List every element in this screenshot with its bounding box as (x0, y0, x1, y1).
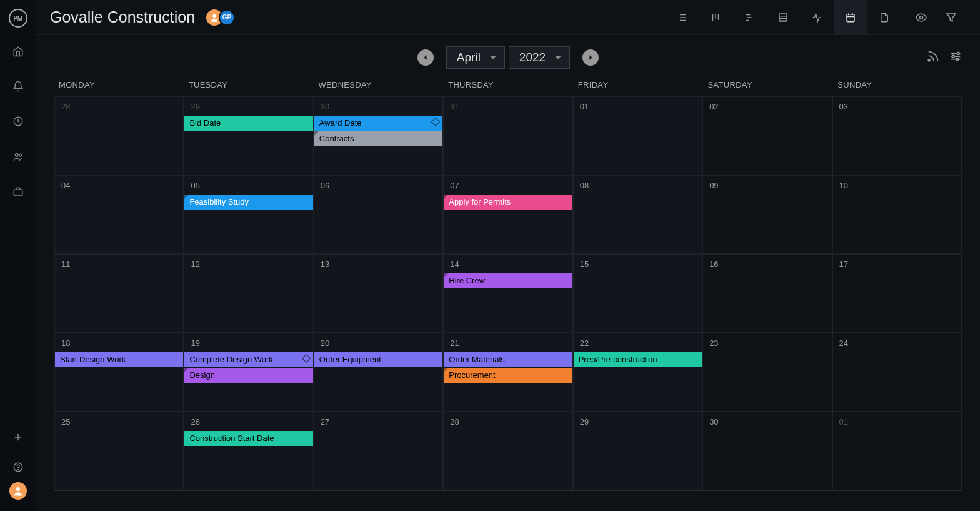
day-number: 17 (833, 255, 961, 269)
calendar-cell[interactable]: 13 (314, 254, 443, 333)
calendar-cell[interactable]: 03 (832, 96, 962, 175)
day-number: 01 (833, 412, 961, 427)
view-board[interactable] (699, 0, 732, 35)
calendar-cell[interactable]: 06 (314, 175, 443, 254)
day-number: 10 (833, 176, 961, 190)
calendar-cell[interactable]: 02 (702, 96, 832, 175)
calendar-event[interactable]: Complete Design Work (184, 352, 312, 367)
calendar-controls: April 2022 (36, 35, 980, 78)
view-options[interactable] (906, 0, 936, 35)
project-title[interactable]: Govalle Construction (50, 8, 195, 26)
plus-icon (12, 432, 24, 443)
day-number: 15 (574, 255, 702, 269)
svg-point-5 (18, 469, 18, 470)
avatar-initials[interactable]: GP (219, 9, 235, 26)
calendar-event[interactable]: Award Date (314, 116, 442, 131)
nav-help[interactable] (0, 452, 36, 482)
view-list[interactable] (665, 0, 699, 35)
prev-month-button[interactable] (418, 49, 434, 66)
calendar-event[interactable]: Bid Date (184, 116, 312, 131)
calendar-cell[interactable]: 20Order Equipment (314, 333, 443, 412)
chevron-left-icon (422, 54, 429, 61)
calendar-event[interactable]: Procurement (444, 368, 572, 383)
nav-add[interactable] (0, 422, 36, 452)
view-files[interactable] (868, 0, 901, 35)
calendar-cell[interactable]: 18Start Design Work (54, 333, 184, 412)
app-logo[interactable]: PM (9, 9, 28, 28)
calendar-cell[interactable]: 14Hire Crew (443, 254, 572, 333)
calendar-cell[interactable]: 07Apply for Permits (443, 175, 572, 254)
view-gantt[interactable] (732, 0, 766, 35)
calendar-cell[interactable]: 29Bid Date (184, 96, 313, 175)
calendar-event[interactable]: Contracts (314, 131, 442, 146)
view-calendar[interactable] (834, 0, 868, 35)
day-number: 07 (444, 176, 572, 190)
calendar-event[interactable]: Hire Crew (444, 273, 572, 288)
calendar-cell[interactable]: 27 (314, 412, 443, 490)
calendar-cell[interactable]: 04 (54, 175, 184, 254)
user-avatar[interactable] (9, 482, 27, 500)
home-icon (12, 46, 24, 57)
calendar-cell[interactable]: 01 (832, 412, 962, 490)
settings-button[interactable] (949, 49, 962, 66)
calendar-event[interactable]: Prep/Pre-construction (574, 352, 702, 367)
project-avatars[interactable]: GP (206, 9, 235, 26)
month-select[interactable]: April (446, 46, 505, 69)
calendar-cell[interactable]: 28 (54, 96, 184, 175)
weekday-label: TUESDAY (184, 78, 314, 96)
calendar-cell[interactable]: 17 (832, 254, 962, 333)
avatar-icon (12, 485, 24, 497)
calendar-cell[interactable]: 15 (573, 254, 702, 333)
svg-point-11 (928, 59, 930, 61)
calendar-cell[interactable]: 30 (702, 412, 832, 490)
day-number: 02 (703, 97, 831, 111)
view-sheet[interactable] (766, 0, 800, 35)
calendar-cell[interactable]: 10 (832, 175, 962, 254)
calendar-cell[interactable]: 31 (443, 96, 572, 175)
calendar-cell[interactable]: 25 (54, 412, 184, 490)
calendar-event[interactable]: Start Design Work (55, 352, 183, 367)
calendar-cell[interactable]: 09 (702, 175, 832, 254)
calendar-cell[interactable]: 22Prep/Pre-construction (573, 333, 702, 412)
calendar-cell[interactable]: 30Award DateContracts (314, 96, 443, 175)
calendar-cell[interactable]: 21Order MaterialsProcurement (443, 333, 572, 412)
calendar-cell[interactable]: 16 (702, 254, 832, 333)
event-label: Hire Crew (449, 276, 485, 285)
next-month-button[interactable] (582, 49, 599, 66)
calendar-event[interactable]: Apply for Permits (444, 195, 572, 210)
calendar-event[interactable]: Order Materials (444, 352, 572, 367)
calendar-cell[interactable]: 01 (573, 96, 702, 175)
main: Govalle Construction GP April 2022 (36, 0, 980, 511)
calendar-event[interactable]: Design (184, 368, 312, 383)
calendar-cell[interactable]: 24 (832, 333, 962, 412)
calendar-cell[interactable]: 28 (443, 412, 572, 490)
calendar-cell[interactable]: 11 (54, 254, 184, 333)
calendar-cell[interactable]: 19Complete Design WorkDesign (184, 333, 313, 412)
svg-point-2 (19, 154, 21, 156)
view-activity[interactable] (800, 0, 834, 35)
event-fold-icon (444, 195, 448, 199)
calendar-cell[interactable]: 05Feasibility Study (184, 175, 313, 254)
calendar-cell[interactable]: 26Construction Start Date (184, 412, 313, 490)
feed-button[interactable] (926, 49, 940, 66)
event-label: Bid Date (189, 118, 221, 128)
calendar-event[interactable]: Feasibility Study (184, 195, 312, 210)
nav-notifications[interactable] (0, 71, 36, 101)
nav-home[interactable] (0, 36, 36, 66)
calendar-event[interactable]: Order Equipment (314, 352, 442, 367)
calendar-cell[interactable]: 29 (573, 412, 702, 490)
year-label: 2022 (519, 51, 546, 64)
calendar-cell[interactable]: 08 (573, 175, 702, 254)
nav-recent[interactable] (0, 106, 36, 136)
svg-point-12 (958, 53, 960, 55)
nav-portfolio[interactable] (0, 177, 36, 207)
calendar-cell[interactable]: 23 (702, 333, 832, 412)
filter-button[interactable] (936, 0, 966, 35)
month-label: April (457, 51, 481, 64)
day-number: 11 (55, 255, 183, 269)
year-select[interactable]: 2022 (509, 46, 570, 69)
event-fold-icon (444, 368, 448, 372)
calendar-cell[interactable]: 12 (184, 254, 313, 333)
calendar-event[interactable]: Construction Start Date (184, 431, 312, 446)
nav-people[interactable] (0, 142, 36, 172)
